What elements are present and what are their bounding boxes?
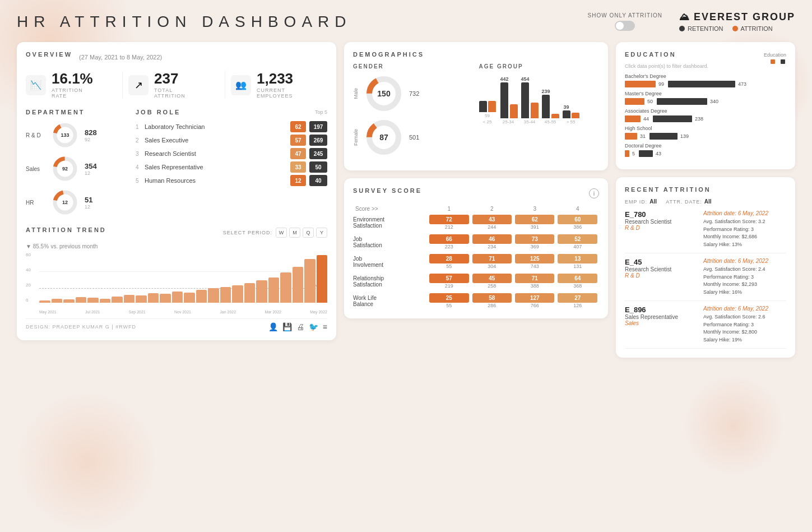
survey-jobinv-3[interactable]: 125743 [513,253,556,270]
dept-hr-center: 12 [62,200,68,205]
survey-wlb-2[interactable]: 58286 [471,292,513,309]
footer-icon-user[interactable]: 👤 [268,322,278,331]
bar-4 [87,298,99,303]
kpi-emp-info: 1,233 CURRENTEMPLOYEES [257,71,293,99]
edu-bachelors: Bachelor's Degree 99 473 [625,73,786,87]
attrition-label: ATTRITION [741,25,773,32]
survey-header: SURVEY SCORE i [353,187,599,200]
edu-highschool-orange [625,133,637,140]
age-title: AGE GROUP [479,63,600,70]
dept-sales-donut: 92 [51,155,79,183]
survey-jobsat-1[interactable]: 66223 [428,233,470,251]
emp-dept-e780: R & D [625,225,698,231]
edu-doctoral-label: Doctoral Degree [625,143,786,149]
age-gt55-dark [563,110,570,118]
jobrole-list: 1 Laboratory Technician 62 197 2 Sales E… [136,121,327,186]
age-35-44-dark [521,82,529,118]
jobrole-section: JOB ROLE Top 5 1 Laboratory Technician 6… [136,109,327,216]
bar-21 [293,267,304,303]
edu-doctoral-orange [625,150,629,157]
survey-jobinv-4[interactable]: 13131 [556,253,599,270]
dept-rd-label: R & D [26,132,45,138]
edu-highschool-bars: 31 139 [625,133,786,140]
attr-detail-e896: Avg. Satisfaction Score: 2.6 Performance… [703,313,786,344]
gender-section: GENDER Male 150 [353,63,474,161]
attrition-toggle[interactable] [615,21,635,31]
survey-wlb-1[interactable]: 2555 [428,292,470,309]
bar-13 [196,290,207,303]
bar-19 [268,277,280,303]
attr-date-e45: Attrition date: 6 May, 2022 [703,258,786,264]
col-header-2: 2 [471,204,513,214]
footer-icon-save[interactable]: 💾 [282,322,292,331]
footer: DESIGN: PRADEEP KUMAR G | #RWFD 👤 💾 🖨 🐦 … [26,318,327,331]
footer-icon-menu[interactable]: ≡ [323,322,327,331]
col-header-1: 1 [428,204,470,214]
bar-0 [39,300,50,303]
demographics-card: DEMOGRAPHICS GENDER Male [344,42,608,170]
edu-highschool: High School 31 139 [625,126,786,140]
bar-1 [52,299,63,303]
survey-wlb-4[interactable]: 27126 [556,292,599,309]
y-axis: 60 40 20 0 [26,252,31,303]
survey-env-3[interactable]: 62391 [513,214,556,231]
age-25-34-orange [510,104,518,118]
legend: RETENTION ATTRITION [679,25,773,32]
edu-doctoral-bars: 5 43 [625,150,786,157]
survey-jobinv-1[interactable]: 2855 [428,253,470,270]
jobrole-count-3: 245 [309,148,327,159]
survey-jobsat-2[interactable]: 46234 [471,233,513,251]
emp-dept-e896: Sales [625,320,698,326]
trend-header: ATTRITION TREND SELECT PERIOD: W M Q Y [26,226,327,239]
period-w[interactable]: W [276,228,287,238]
gender-male-label: Male [353,88,359,99]
right-column: EDUCATION Click data point(s) to filter … [616,42,795,358]
survey-jobinv-2[interactable]: 71304 [471,253,513,270]
filter-attr-date: ATTR. DATE: All [666,198,711,205]
dashboard-grid: OVERVIEW (27 May, 2021 to 8 May, 2022) 📉… [17,42,795,358]
kpi-total-label: TOTALATTRITION [154,87,185,99]
emp-id-value[interactable]: All [649,198,657,205]
middle-column: DEMOGRAPHICS GENDER Male [344,42,608,358]
survey-row-job-sat: JobSatisfaction 66223 46234 73369 52407 [353,233,599,251]
header-right: SHOW ONLY ATTRITION ⛰ EVEREST GROUP RETE… [588,11,795,32]
survey-row-env: EnvironmentSatisfaction 72212 43244 6239… [353,214,599,231]
survey-jobsat-4[interactable]: 52407 [556,233,599,251]
survey-relsat-4[interactable]: 64368 [556,272,599,290]
kpi-icon-rate: 📉 [26,75,46,95]
emp-role-e45: Research Scientist [625,266,698,272]
attr-date-label: ATTR. DATE: [666,199,702,205]
survey-env-2[interactable]: 43244 [471,214,513,231]
edu-title: EDUCATION [625,51,708,58]
age-lt25-dark [479,101,487,112]
survey-relsat-3[interactable]: 71388 [513,272,556,290]
survey-env-4[interactable]: 60386 [556,214,599,231]
dept-rd-numbers: 828 92 [85,128,97,142]
survey-relsat-2[interactable]: 45258 [471,272,513,290]
survey-info-button[interactable]: i [589,188,599,198]
dept-sales: Sales 92 354 12 [26,155,127,183]
survey-wlb-3[interactable]: 127766 [513,292,556,309]
bar-18 [256,280,267,303]
emp-role-e780: Research Scientist [625,219,698,225]
bar-15 [220,287,231,303]
period-q[interactable]: Q [303,228,314,238]
jobrole-badge-4: 33 [290,161,306,173]
logo-text: EVEREST GROUP [694,11,795,23]
jobrole-count-5: 40 [309,175,327,186]
survey-relsat-1[interactable]: 57219 [428,272,470,290]
age-25-34: 442 25-34 [499,76,518,124]
period-y[interactable]: Y [316,228,327,238]
recent-item-e896: E_896 Sales Representative Sales Attriti… [625,306,786,349]
bar-16 [232,285,243,303]
edu-masters-orange [625,98,644,105]
survey-jobsat-3[interactable]: 73369 [513,233,556,251]
footer-icon-twitter[interactable]: 🐦 [309,322,318,331]
footer-icon-print[interactable]: 🖨 [296,322,304,331]
attr-date-value[interactable]: All [704,198,712,205]
period-m[interactable]: M [289,228,300,238]
kpi-rate-label: ATTRITIONRATE [52,87,93,99]
survey-row-job-inv: JobInvolvement 2855 71304 125743 13131 [353,253,599,270]
survey-env-1[interactable]: 72212 [428,214,470,231]
dept-hr-numbers: 51 12 [85,196,92,210]
